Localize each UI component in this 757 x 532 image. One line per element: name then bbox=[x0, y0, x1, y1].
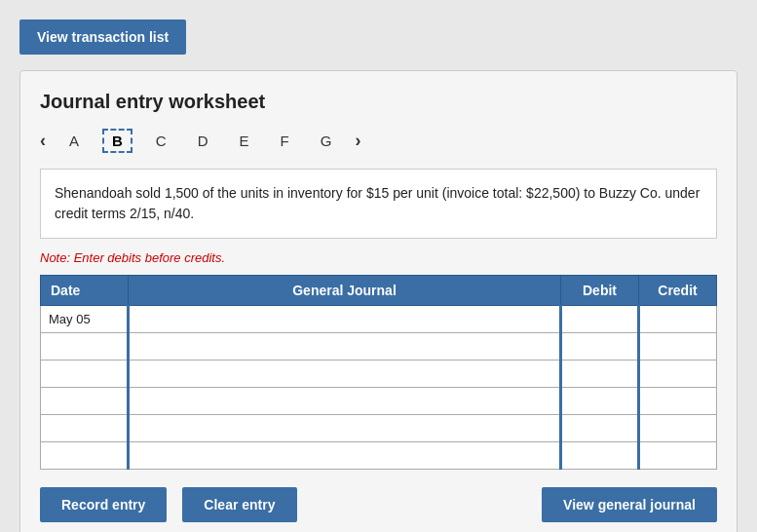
col-header-debit: Debit bbox=[561, 276, 639, 306]
credit-cell[interactable] bbox=[639, 415, 717, 442]
credit-cell[interactable] bbox=[639, 388, 717, 415]
record-entry-button[interactable]: Record entry bbox=[40, 487, 167, 522]
table-row: May 05 bbox=[41, 306, 717, 333]
table-row bbox=[41, 415, 717, 442]
tab-d[interactable]: D bbox=[190, 131, 216, 151]
credit-cell[interactable] bbox=[639, 306, 717, 333]
credit-cell[interactable] bbox=[639, 333, 717, 361]
date-cell bbox=[41, 415, 129, 442]
credit-cell[interactable] bbox=[639, 442, 717, 470]
left-buttons: Record entry Clear entry bbox=[40, 487, 297, 522]
debit-input[interactable] bbox=[562, 415, 637, 441]
debit-input[interactable] bbox=[562, 442, 637, 469]
debit-cell[interactable] bbox=[561, 442, 639, 470]
date-cell bbox=[41, 333, 129, 361]
journal-input[interactable] bbox=[130, 388, 559, 414]
date-cell bbox=[41, 442, 129, 470]
table-row bbox=[41, 388, 717, 415]
tab-b[interactable]: B bbox=[102, 129, 132, 153]
date-cell: May 05 bbox=[41, 306, 129, 333]
credit-cell[interactable] bbox=[639, 361, 717, 388]
debit-input[interactable] bbox=[562, 306, 637, 332]
journal-cell[interactable] bbox=[129, 333, 561, 361]
journal-input[interactable] bbox=[130, 415, 559, 441]
credit-input[interactable] bbox=[640, 415, 716, 441]
journal-input[interactable] bbox=[130, 442, 559, 469]
view-transaction-button[interactable]: View transaction list bbox=[19, 19, 186, 55]
journal-cell[interactable] bbox=[129, 361, 561, 388]
journal-input[interactable] bbox=[130, 333, 559, 360]
date-cell bbox=[41, 388, 129, 415]
worksheet-title: Journal entry worksheet bbox=[40, 91, 717, 113]
tab-a[interactable]: A bbox=[61, 131, 87, 151]
col-header-date: Date bbox=[41, 276, 129, 306]
debit-input[interactable] bbox=[562, 361, 637, 387]
worksheet-card: Journal entry worksheet ‹ A B C D E F G … bbox=[19, 70, 738, 532]
debit-cell[interactable] bbox=[561, 388, 639, 415]
tab-f[interactable]: F bbox=[273, 131, 297, 151]
journal-cell[interactable] bbox=[129, 388, 561, 415]
debit-input[interactable] bbox=[562, 388, 637, 414]
tab-g[interactable]: G bbox=[313, 131, 340, 151]
journal-input[interactable] bbox=[130, 306, 559, 332]
date-cell bbox=[41, 361, 129, 388]
tab-prev-button[interactable]: ‹ bbox=[40, 131, 46, 151]
tab-navigation: ‹ A B C D E F G › bbox=[40, 129, 717, 153]
debit-cell[interactable] bbox=[561, 415, 639, 442]
debit-cell[interactable] bbox=[561, 361, 639, 388]
debit-input[interactable] bbox=[562, 333, 637, 360]
col-header-credit: Credit bbox=[639, 276, 717, 306]
credit-input[interactable] bbox=[640, 388, 716, 414]
button-row: Record entry Clear entry View general jo… bbox=[40, 487, 717, 522]
table-row bbox=[41, 361, 717, 388]
journal-cell[interactable] bbox=[129, 442, 561, 470]
tab-c[interactable]: C bbox=[148, 131, 174, 151]
credit-input[interactable] bbox=[640, 333, 716, 360]
journal-cell[interactable] bbox=[129, 306, 561, 333]
description-text: Shenandoah sold 1,500 of the units in in… bbox=[40, 169, 717, 239]
credit-input[interactable] bbox=[640, 306, 716, 332]
debit-cell[interactable] bbox=[561, 333, 639, 361]
journal-cell[interactable] bbox=[129, 415, 561, 442]
view-general-journal-button[interactable]: View general journal bbox=[542, 487, 717, 522]
tab-e[interactable]: E bbox=[232, 131, 257, 151]
table-row bbox=[41, 333, 717, 361]
debit-cell[interactable] bbox=[561, 306, 639, 333]
journal-table: Date General Journal Debit Credit May 05 bbox=[40, 275, 717, 470]
clear-entry-button[interactable]: Clear entry bbox=[182, 487, 296, 522]
table-row bbox=[41, 442, 717, 470]
tab-next-button[interactable]: › bbox=[355, 131, 360, 151]
credit-input[interactable] bbox=[640, 442, 716, 469]
credit-input[interactable] bbox=[640, 361, 716, 387]
journal-input[interactable] bbox=[130, 361, 559, 387]
col-header-journal: General Journal bbox=[129, 276, 561, 306]
note-text: Note: Enter debits before credits. bbox=[40, 250, 717, 265]
